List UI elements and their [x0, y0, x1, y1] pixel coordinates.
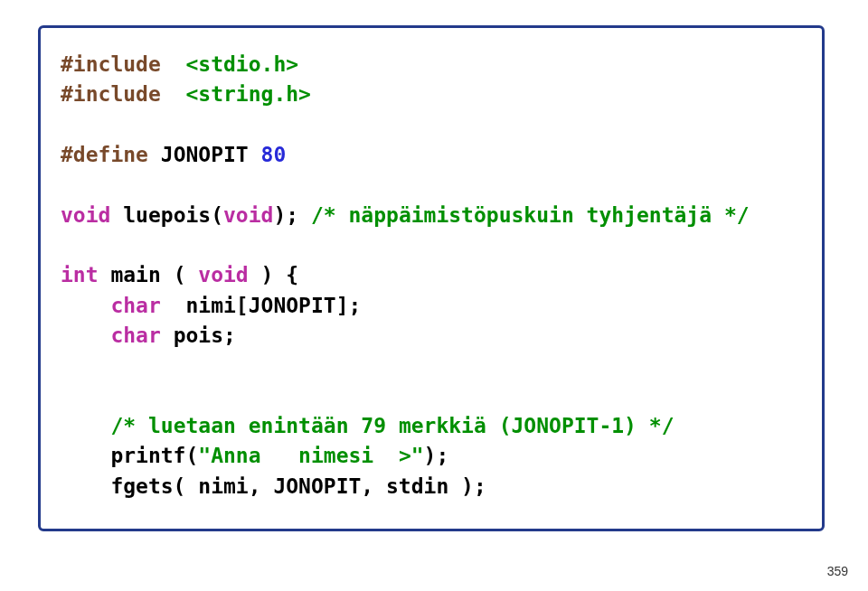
code-text: pois;	[161, 324, 236, 347]
page-number: 359	[827, 564, 848, 578]
string-literal: "Anna nimesi >"	[198, 444, 423, 467]
code-text	[61, 294, 110, 317]
code-container: #include <stdio.h> #include <string.h> #…	[38, 25, 825, 531]
code-block: #include <stdio.h> #include <string.h> #…	[61, 50, 802, 502]
code-text: JONOPIT	[148, 143, 261, 166]
comment: /* luetaan enintään 79 merkkiä (JONOPIT-…	[110, 414, 674, 437]
number-literal: 80	[261, 143, 287, 166]
code-text: fgets( nimi, JONOPIT, stdin );	[61, 474, 486, 498]
code-text: printf(	[61, 444, 198, 467]
preprocessor: #define	[61, 143, 148, 166]
include-header: <stdio.h>	[185, 52, 298, 76]
keyword: int	[61, 263, 99, 286]
keyword: char	[110, 324, 160, 347]
code-text: nimi[JONOPIT];	[161, 294, 362, 317]
code-text: );	[273, 203, 311, 227]
include-header: <string.h>	[185, 82, 310, 106]
keyword: void	[223, 203, 273, 227]
code-text	[61, 324, 110, 347]
code-text: );	[424, 444, 449, 467]
keyword: void	[61, 203, 110, 227]
code-text: main (	[99, 263, 199, 286]
keyword: char	[110, 294, 160, 317]
preprocessor: #include	[61, 82, 161, 106]
code-text	[61, 414, 110, 437]
comment: /* näppäimistöpuskuin tyhjentäjä */	[311, 203, 750, 227]
code-text: luepois(	[110, 203, 223, 227]
preprocessor: #include	[61, 52, 161, 76]
code-text: ) {	[249, 263, 298, 286]
keyword: void	[198, 263, 248, 286]
